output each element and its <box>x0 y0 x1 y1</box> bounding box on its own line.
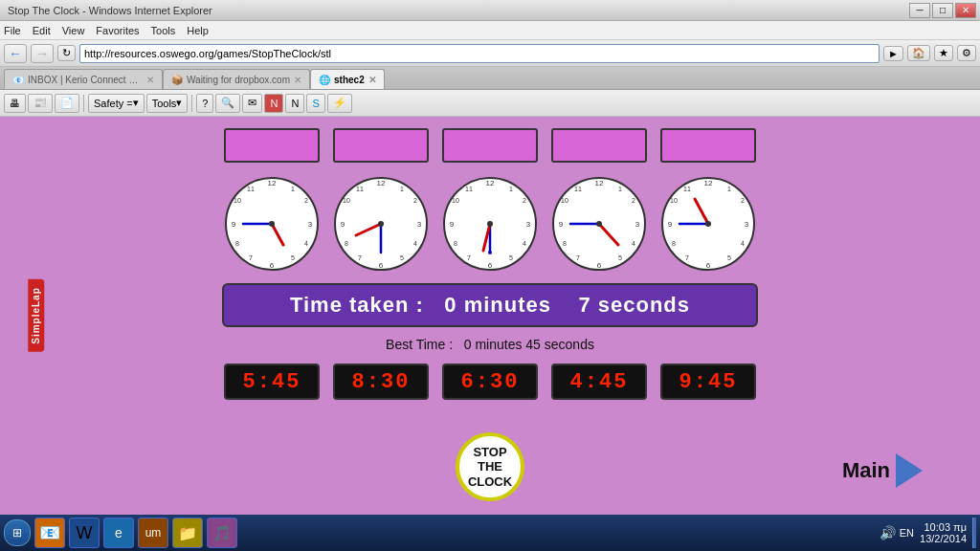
taskbar-icon-ie[interactable]: e <box>103 518 134 548</box>
favorites-star[interactable]: ★ <box>934 45 953 61</box>
best-time-label: Best Time : <box>386 337 453 352</box>
svg-text:2: 2 <box>632 197 635 204</box>
tab-inbox-close[interactable]: ✕ <box>146 75 154 85</box>
taskbar-icon-folder[interactable]: 📁 <box>172 518 203 548</box>
menu-view[interactable]: View <box>62 25 85 36</box>
digital-box-3[interactable]: 6:30 <box>442 364 538 400</box>
btn-n2[interactable]: N <box>285 94 304 113</box>
answer-box-5[interactable] <box>660 128 756 163</box>
tab-sthec2[interactable]: 🌐 sthec2 ✕ <box>310 69 385 89</box>
tools-chevron: ▾ <box>176 97 182 109</box>
game-content: SimpleLap 12 3 6 9 1 2 <box>0 117 980 515</box>
svg-text:6: 6 <box>379 261 384 270</box>
digital-box-1[interactable]: 5:45 <box>224 364 320 400</box>
refresh-button[interactable]: ↻ <box>57 45 76 61</box>
svg-text:10: 10 <box>234 197 241 204</box>
svg-text:8: 8 <box>235 240 239 247</box>
toolbar-btn-1[interactable]: 🖶 <box>4 94 26 113</box>
tab-bar: 📧 INBOX | Kerio Connect 7.4.3 W... ✕ 📦 W… <box>0 67 980 90</box>
answer-box-1[interactable] <box>224 128 320 163</box>
svg-text:3: 3 <box>308 220 313 229</box>
svg-text:3: 3 <box>745 220 749 229</box>
tab-dropbox[interactable]: 📦 Waiting for dropbox.com ✕ <box>163 69 310 89</box>
stop-clock-button[interactable]: STOP THE CLOCK <box>456 432 524 501</box>
separator-1 <box>83 95 84 112</box>
svg-text:10: 10 <box>343 197 350 204</box>
clock-5-svg: 12 3 6 9 1 2 4 5 7 8 10 11 <box>660 176 756 272</box>
menu-edit[interactable]: Edit <box>33 25 51 36</box>
svg-text:7: 7 <box>685 254 689 261</box>
btn-extra1[interactable]: 🔍 <box>215 94 240 113</box>
tools-button[interactable]: ⚙ <box>957 45 976 61</box>
digital-box-2[interactable]: 8:30 <box>333 364 429 400</box>
menu-favorites[interactable]: Favorites <box>96 25 139 36</box>
svg-text:5: 5 <box>509 254 513 261</box>
tab-dropbox-close[interactable]: ✕ <box>294 75 301 85</box>
svg-text:2: 2 <box>741 197 745 204</box>
taskbar-date: 13/2/2014 <box>920 533 967 544</box>
svg-text:5: 5 <box>727 254 731 261</box>
help-button[interactable]: ? <box>196 94 213 113</box>
btn-extra2[interactable]: ✉ <box>242 94 262 113</box>
toolbar-btn-2[interactable]: 📰 <box>28 94 53 113</box>
menu-bar: File Edit View Favorites Tools Help <box>0 21 980 40</box>
volume-icon[interactable]: 🔊 <box>880 525 896 540</box>
forward-button[interactable]: → <box>31 44 54 63</box>
svg-text:2: 2 <box>304 197 308 204</box>
safety-label: Safety = <box>94 98 133 109</box>
address-bar[interactable] <box>79 44 880 63</box>
svg-text:5: 5 <box>400 254 404 261</box>
svg-text:1: 1 <box>727 186 731 192</box>
answer-box-4[interactable] <box>551 128 647 163</box>
menu-help[interactable]: Help <box>187 25 209 36</box>
safety-button[interactable]: Safety = ▾ <box>88 94 145 113</box>
svg-text:3: 3 <box>526 220 531 229</box>
tools-menu-button[interactable]: Tools ▾ <box>146 94 189 113</box>
menu-file[interactable]: File <box>4 25 21 36</box>
nav-bar: ← → ↻ ► 🏠 ★ ⚙ <box>0 40 980 67</box>
clock-2: 12 3 6 9 1 2 4 5 7 8 10 11 <box>333 176 429 272</box>
tab-inbox[interactable]: 📧 INBOX | Kerio Connect 7.4.3 W... ✕ <box>4 69 163 89</box>
maximize-button[interactable]: □ <box>932 3 953 18</box>
taskbar-icon-word[interactable]: W <box>69 518 100 548</box>
svg-text:1: 1 <box>400 186 404 192</box>
clocks-row: 12 3 6 9 1 2 4 5 7 8 10 11 <box>224 176 756 272</box>
simplelap-tab[interactable]: SimpleLap <box>28 279 44 352</box>
home-button[interactable]: 🏠 <box>907 45 930 61</box>
clock-2-svg: 12 3 6 9 1 2 4 5 7 8 10 11 <box>333 176 429 272</box>
main-label: Main <box>842 458 890 483</box>
answer-box-2[interactable] <box>333 128 429 163</box>
svg-point-48 <box>488 251 492 254</box>
digital-box-5[interactable]: 9:45 <box>660 364 756 400</box>
btn-n1[interactable]: N <box>264 94 283 113</box>
taskbar-icon-music[interactable]: 🎵 <box>207 518 237 548</box>
svg-point-64 <box>596 221 602 227</box>
svg-point-31 <box>378 221 384 227</box>
taskbar-icon-outlook[interactable]: 📧 <box>34 518 65 548</box>
main-button[interactable]: Main <box>842 453 923 488</box>
btn-bluetooth[interactable]: ⚡ <box>327 94 352 113</box>
clock-display: 10:03 πμ 13/2/2014 <box>920 521 967 544</box>
tab-sthec2-close[interactable]: ✕ <box>368 75 376 85</box>
digital-box-4[interactable]: 4:45 <box>551 364 647 400</box>
start-button[interactable]: ⊞ <box>4 519 31 546</box>
svg-text:1: 1 <box>618 186 622 192</box>
go-button[interactable]: ► <box>883 46 903 61</box>
svg-text:6: 6 <box>706 261 711 270</box>
clock-3: 12 3 6 9 1 2 4 5 7 8 10 11 <box>442 176 538 272</box>
minimize-button[interactable]: ─ <box>909 3 930 18</box>
browser-window: Stop The Clock - Windows Internet Explor… <box>0 0 980 515</box>
show-desktop-button[interactable] <box>972 518 976 548</box>
btn-skype[interactable]: S <box>306 94 324 113</box>
close-button[interactable]: ✕ <box>955 3 976 18</box>
window-title: Stop The Clock - Windows Internet Explor… <box>4 5 212 16</box>
back-button[interactable]: ← <box>4 44 27 63</box>
clock-5: 12 3 6 9 1 2 4 5 7 8 10 11 <box>660 176 756 272</box>
svg-text:8: 8 <box>454 240 457 247</box>
answer-box-3[interactable] <box>442 128 538 163</box>
taskbar-icon-um[interactable]: um <box>138 518 168 548</box>
menu-tools[interactable]: Tools <box>151 25 176 36</box>
svg-text:7: 7 <box>467 254 471 261</box>
toolbar-btn-3[interactable]: 📄 <box>55 94 79 113</box>
answer-boxes-row <box>224 128 756 163</box>
